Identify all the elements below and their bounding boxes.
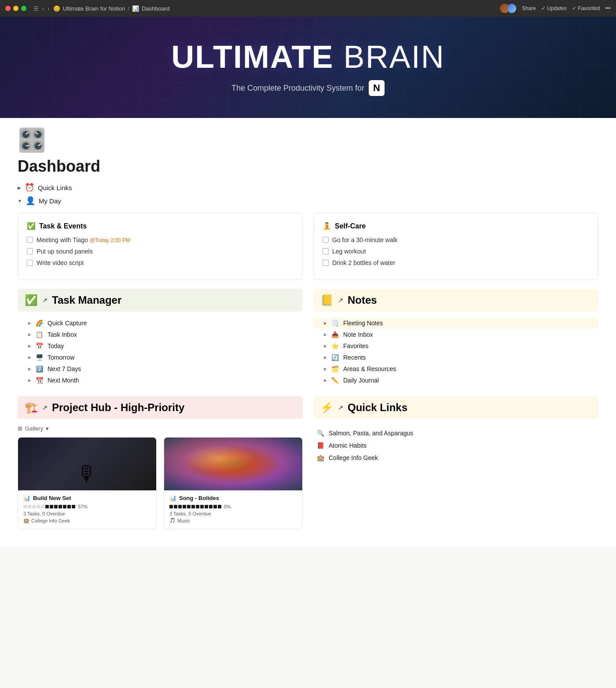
back-icon[interactable]: ‹ — [42, 5, 44, 12]
task-tomorrow[interactable]: ▶ 🖥️ Tomorrow — [18, 352, 303, 363]
quick-links-toggle[interactable]: ▶ ⏰ Quick Links — [18, 183, 598, 192]
nav-arrow-icon-6: ▶ — [28, 378, 31, 383]
minimize-button[interactable] — [13, 6, 18, 11]
breadcrumb-page[interactable]: Dashboard — [142, 5, 170, 12]
gallery-view-toggle[interactable]: ⊞ Gallery ▾ — [18, 425, 303, 432]
project-card-2[interactable]: 📊 Song - Bolides — [164, 437, 303, 529]
sq — [183, 505, 186, 508]
project-tag-text-1: College Info Geek — [31, 518, 70, 523]
task-manager-header[interactable]: ✅ ↗ Task Manager — [18, 289, 303, 312]
self-care-checkbox-3[interactable] — [323, 260, 329, 266]
sq — [41, 505, 44, 508]
notes-inbox[interactable]: ▶ 📥 Note Inbox — [313, 329, 598, 340]
banner-title-thin: BRAIN — [344, 39, 445, 74]
sq — [178, 505, 182, 508]
quicklink-icon-3: 🏫 — [317, 454, 324, 461]
quick-links-link-icon: ↗ — [338, 404, 343, 411]
task-manager-link-icon: ↗ — [42, 297, 48, 304]
notes-header[interactable]: 📒 ↗ Notes — [313, 289, 598, 312]
task-next7[interactable]: ▶ 7️⃣ Next 7 Days — [18, 364, 303, 374]
notes-recents[interactable]: ▶ 🔄 Recents — [313, 352, 598, 363]
forward-icon[interactable]: › — [48, 5, 49, 12]
nav-arrow-icon-5: ▶ — [28, 367, 31, 371]
project-hub-header[interactable]: 🏗️ ↗ Project Hub - High-Priority — [18, 396, 303, 419]
task-text-3: Write video script — [37, 259, 84, 266]
notes-favorites[interactable]: ▶ ⭐ Favorites — [313, 341, 598, 351]
progress-squares-1 — [23, 505, 75, 508]
quick-links-section: ⚡ ↗ Quick Links 🔍 Salmon, Pasta, and Asp… — [313, 396, 598, 466]
sq — [50, 505, 53, 508]
project-meta-1: 3 Tasks, 0 Overdue — [23, 511, 151, 516]
titlebar-right: Share ✓ Updates ✓ Favorited ••• — [500, 4, 611, 13]
maximize-button[interactable] — [21, 6, 26, 11]
task-today[interactable]: ▶ 📅 Today — [18, 341, 303, 351]
nav-arrow-icon-3: ▶ — [28, 344, 31, 348]
notes-daily-journal[interactable]: ▶ ✏️ Daily Journal — [313, 375, 598, 386]
self-care-checkbox-1[interactable] — [323, 237, 329, 243]
task-checkbox-3[interactable] — [27, 260, 33, 266]
project-hub-link-icon: ↗ — [42, 404, 48, 411]
task-quick-capture[interactable]: ▶ 🌈 Quick Capture — [18, 318, 303, 328]
task-checkbox-1[interactable] — [27, 237, 33, 243]
favorites-arrow-icon: ▶ — [324, 344, 327, 348]
breadcrumb-root[interactable]: Ultimate Brain for Notion — [63, 5, 125, 12]
fleeting-icon: 🗒️ — [331, 320, 339, 327]
project-meta-2: 3 Tasks, 0 Overdue — [169, 511, 297, 516]
quick-links-items: 🔍 Salmon, Pasta, and Asparagus 📕 Atomic … — [313, 425, 598, 466]
inbox-icon: 📥 — [331, 331, 339, 338]
project-progress-2: 0% — [169, 504, 297, 509]
project-hub-section: 🏗️ ↗ Project Hub - High-Priority ⊞ Galle… — [18, 396, 303, 529]
project-name-icon-1: 📊 — [23, 495, 30, 501]
updates-button[interactable]: ✓ Updates — [541, 5, 567, 11]
today-label: Today — [48, 342, 64, 350]
hamburger-icon[interactable]: ☰ — [33, 5, 39, 12]
sq — [28, 505, 31, 508]
quicklink-college[interactable]: 🏫 College Info Geek — [317, 452, 595, 464]
quick-links-section-title: Quick Links — [348, 401, 407, 414]
task-manager-section: ✅ ↗ Task Manager ▶ 🌈 Quick Capture ▶ 📋 T… — [18, 289, 303, 529]
quicklink-atomic[interactable]: 📕 Atomic Habits — [317, 439, 595, 452]
inbox-label: Note Inbox — [343, 331, 373, 338]
areas-label: Areas & Resources — [343, 365, 396, 372]
self-care-item-1: Go for a 30-minute walk — [323, 236, 589, 243]
areas-icon: 🗂️ — [331, 365, 339, 372]
traffic-lights — [5, 6, 26, 11]
project-thumb-1 — [18, 438, 156, 490]
sq — [213, 505, 217, 508]
project-card-1[interactable]: 📊 Build New Set — [18, 437, 157, 529]
notes-areas[interactable]: ▶ 🗂️ Areas & Resources — [313, 364, 598, 374]
favorited-button[interactable]: ✓ Favorited — [572, 5, 600, 11]
self-care-item-3: Drink 2 bottles of water — [323, 259, 589, 266]
cover-icon: 🎛️ — [18, 127, 598, 154]
content: 🎛️ Dashboard ▶ ⏰ Quick Links ▼ 👤 My Day … — [0, 118, 616, 547]
more-button[interactable]: ••• — [605, 5, 611, 11]
project-card-1-body: 📊 Build New Set — [18, 490, 156, 529]
close-button[interactable] — [5, 6, 11, 11]
quick-links-header[interactable]: ⚡ ↗ Quick Links — [313, 396, 598, 419]
my-day-toggle[interactable]: ▼ 👤 My Day — [18, 196, 598, 206]
banner-title-bold: ULTIMATE — [171, 39, 334, 74]
progress-pct-1: 57% — [78, 504, 88, 509]
fleeting-label: Fleeting Notes — [343, 320, 383, 327]
task-inbox[interactable]: ▶ 📋 Task Inbox — [18, 329, 303, 340]
project-name-text-1: Build New Set — [33, 495, 71, 501]
project-progress-1: 57% — [23, 504, 151, 509]
journal-arrow-icon: ▶ — [324, 378, 327, 383]
next-month-icon: 📆 — [36, 377, 43, 384]
next-month-label: Next Month — [48, 377, 79, 384]
sq — [196, 505, 199, 508]
task-checkbox-2[interactable] — [27, 248, 33, 254]
quicklink-label-3: College Info Geek — [329, 454, 378, 461]
self-care-text-2: Leg workout — [332, 248, 366, 255]
notes-fleeting[interactable]: ▶ 🗒️ Fleeting Notes — [313, 318, 598, 328]
tomorrow-icon: 🖥️ — [36, 354, 43, 361]
quick-links-section-icon: ⚡ — [320, 401, 334, 414]
quicklink-label-2: Atomic Habits — [329, 442, 367, 449]
sq — [218, 505, 221, 508]
quicklink-salmon[interactable]: 🔍 Salmon, Pasta, and Asparagus — [317, 427, 595, 439]
gallery-chevron-icon: ▾ — [46, 425, 49, 432]
self-care-checkbox-2[interactable] — [323, 248, 329, 254]
share-button[interactable]: Share — [522, 5, 536, 11]
task-next-month[interactable]: ▶ 📆 Next Month — [18, 375, 303, 386]
page-title: Dashboard — [18, 157, 598, 176]
